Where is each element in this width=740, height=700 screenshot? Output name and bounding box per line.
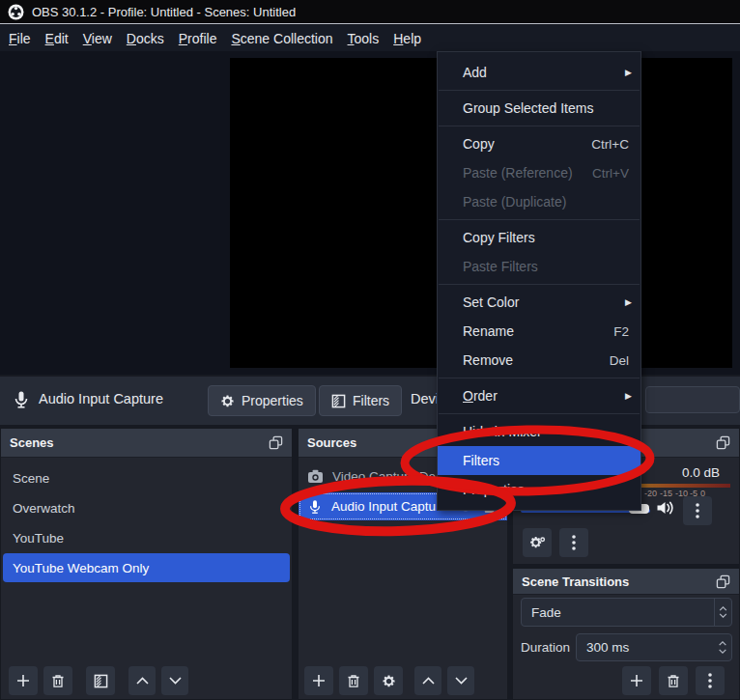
mixer-settings-button[interactable] — [523, 528, 552, 557]
speaker-icon[interactable] — [656, 500, 675, 516]
chevron-down-icon — [719, 613, 727, 618]
context-item-remove[interactable]: Remove Del — [438, 346, 640, 375]
menu-docks[interactable]: Docks — [127, 31, 164, 46]
context-item-order[interactable]: Order ▶ — [438, 381, 640, 410]
source-properties-button[interactable] — [374, 666, 403, 695]
obs-window: OBS 30.1.2 - Profile: Untitled - Scenes:… — [0, 0, 740, 700]
move-scene-down-button[interactable] — [161, 666, 188, 695]
submenu-arrow-icon: ▶ — [625, 297, 632, 307]
menu-file[interactable]: File — [9, 31, 31, 46]
add-scene-button[interactable] — [9, 666, 38, 695]
menu-separator — [439, 126, 640, 126]
menu-help[interactable]: Help — [393, 31, 421, 46]
window-title: OBS 30.1.2 - Profile: Untitled - Scenes:… — [32, 5, 296, 19]
kebab-icon — [708, 673, 712, 688]
move-source-up-button[interactable] — [414, 666, 441, 695]
context-item-set-color[interactable]: Set Color ▶ — [438, 288, 640, 317]
filter-icon — [331, 394, 346, 408]
context-item-paste-duplicate: Paste (Duplicate) — [438, 187, 640, 216]
scene-item[interactable]: Overwatch — [3, 493, 290, 522]
source-label: Video Capture De — [332, 469, 436, 484]
scenes-panel-title: Scenes — [10, 435, 54, 450]
device-combo-partial[interactable] — [645, 386, 740, 413]
filters-button[interactable]: Filters — [319, 385, 402, 416]
transition-menu-button[interactable] — [696, 666, 725, 695]
plus-icon — [312, 674, 326, 687]
context-item-add[interactable]: Add ▶ — [438, 58, 640, 87]
menu-profile[interactable]: Profile — [179, 31, 217, 46]
volume-db-value: 0.0 dB — [682, 465, 720, 480]
menu-edit[interactable]: Edit — [45, 31, 69, 46]
scene-filters-button[interactable] — [86, 666, 115, 695]
scenes-panel-header: Scenes — [1, 429, 292, 458]
chevron-down-icon — [718, 649, 727, 654]
combo-spinner — [714, 599, 731, 626]
add-transition-button[interactable] — [622, 666, 651, 695]
meter-tick: -15 — [660, 489, 672, 498]
move-scene-up-button[interactable] — [128, 666, 156, 695]
menu-tools[interactable]: Tools — [348, 31, 380, 46]
remove-transition-button[interactable] — [659, 666, 688, 695]
menu-separator — [439, 219, 640, 220]
menu-separator — [439, 378, 640, 378]
transition-select[interactable]: Fade — [521, 598, 732, 627]
popout-icon — [716, 574, 730, 589]
double-gear-icon — [529, 536, 546, 550]
context-item-filters[interactable]: Filters — [438, 446, 640, 475]
context-item-paste-filters: Paste Filters — [438, 252, 640, 281]
camera-icon — [307, 469, 324, 484]
filter-icon — [94, 674, 108, 688]
plus-icon — [630, 674, 643, 687]
meter-tick: -20 — [644, 489, 657, 498]
scene-transitions-title: Scene Transitions — [522, 574, 629, 589]
context-item-copy[interactable]: Copy Ctrl+C — [438, 129, 640, 158]
chevron-up-icon — [136, 677, 149, 685]
kebab-icon — [572, 535, 576, 550]
context-item-properties[interactable]: Properties — [438, 475, 640, 504]
menu-view[interactable]: View — [83, 31, 112, 46]
gear-icon — [220, 394, 235, 408]
chevron-down-icon — [169, 677, 182, 685]
transition-selected-value: Fade — [531, 605, 561, 620]
remove-source-button[interactable] — [339, 666, 368, 695]
microphone-icon — [12, 390, 31, 409]
kebab-icon — [696, 503, 699, 518]
scene-item[interactable]: YouTube — [3, 523, 290, 552]
filters-button-label: Filters — [353, 393, 389, 408]
duration-spinbox[interactable]: 300 ms — [576, 633, 732, 661]
source-label: Audio Input Captu.. — [331, 499, 443, 514]
scenes-toolbar — [1, 666, 292, 695]
selected-source-name: Audio Input Capture — [39, 391, 163, 406]
microphone-icon — [307, 499, 323, 515]
spinbox-spinner[interactable] — [718, 634, 727, 660]
trash-icon — [347, 674, 360, 688]
properties-button[interactable]: Properties — [208, 385, 316, 416]
chevron-down-icon — [455, 677, 468, 685]
move-source-down-button[interactable] — [447, 666, 474, 695]
menu-separator — [439, 413, 640, 414]
context-item-copy-filters[interactable]: Copy Filters — [438, 223, 640, 252]
duration-label: Duration — [521, 640, 570, 655]
context-item-group-selected[interactable]: Group Selected Items — [438, 94, 640, 123]
scene-transitions-panel: Scene Transitions Fade Duration 300 ms — [512, 568, 740, 700]
duration-value: 300 ms — [586, 640, 629, 655]
mixer-row-menu-button[interactable] — [683, 496, 712, 525]
submenu-arrow-icon: ▶ — [625, 391, 632, 401]
menu-scene-collection[interactable]: Scene Collection — [231, 31, 332, 46]
remove-scene-button[interactable] — [43, 666, 72, 695]
context-item-hide-in-mixer[interactable]: Hide in Mixer — [438, 417, 640, 446]
mixer-menu-button[interactable] — [559, 528, 588, 557]
context-item-rename[interactable]: Rename F2 — [438, 317, 640, 346]
scenes-panel: Scenes Scene Overwatch YouTube YouTube W… — [0, 428, 293, 700]
sources-panel-title: Sources — [307, 435, 356, 450]
menu-separator — [439, 284, 640, 285]
trash-icon — [51, 674, 65, 688]
add-source-button[interactable] — [304, 666, 333, 695]
scene-item[interactable]: Scene — [3, 463, 290, 492]
menu-bar: File Edit View Docks Profile Scene Colle… — [0, 25, 740, 51]
chevron-up-icon — [422, 677, 435, 685]
sources-toolbar — [299, 666, 507, 695]
obs-logo-icon — [8, 4, 24, 20]
scene-item-selected[interactable]: YouTube Webcam Only — [3, 553, 290, 582]
chevron-up-icon — [718, 641, 727, 646]
